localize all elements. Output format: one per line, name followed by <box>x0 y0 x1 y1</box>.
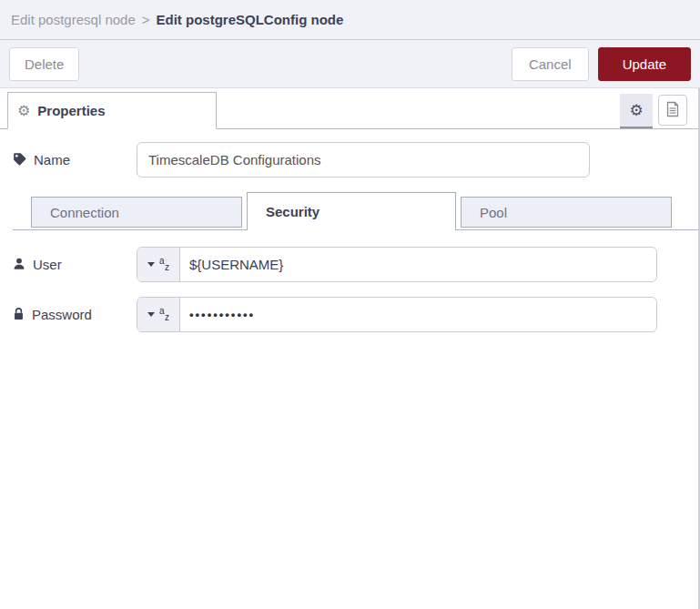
chevron-down-icon <box>147 312 155 317</box>
cancel-button[interactable]: Cancel <box>512 47 589 81</box>
breadcrumb-current: Edit postgreSQLConfig node <box>157 12 344 27</box>
lock-icon <box>13 307 25 323</box>
breadcrumb: Edit postgresql node > Edit postgreSQLCo… <box>0 0 700 40</box>
tab-connection-label: Connection <box>50 205 119 220</box>
tag-icon <box>13 152 26 168</box>
node-properties-view-button[interactable]: ⚙ <box>620 94 653 128</box>
delete-button[interactable]: Delete <box>9 47 79 81</box>
user-label-text: User <box>33 257 62 272</box>
dialog-toolbar: Delete Cancel Update <box>0 40 700 88</box>
tab-properties[interactable]: ⚙ Properties <box>7 92 217 129</box>
password-label: Password <box>13 307 137 323</box>
node-documentation-view-button[interactable] <box>658 95 687 126</box>
name-input[interactable] <box>137 142 590 178</box>
password-input[interactable]: ••••••••••• <box>180 298 255 331</box>
name-field-row: Name <box>13 142 698 178</box>
breadcrumb-separator: > <box>142 12 150 27</box>
tab-security-label: Security <box>266 204 320 219</box>
string-type-icon-a: a <box>159 307 165 316</box>
tab-connection[interactable]: Connection <box>31 197 242 228</box>
string-type-icon-z: z <box>165 263 169 272</box>
tab-pool[interactable]: Pool <box>461 197 672 228</box>
tab-pool-label: Pool <box>480 205 507 220</box>
config-subtabs: Connection Security Pool <box>13 192 698 230</box>
password-label-text: Password <box>32 307 92 322</box>
node-editor-panel: ⚙ Properties ⚙ <box>0 88 700 609</box>
node-edit-form: Name Connection Security Pool <box>0 129 698 332</box>
document-icon <box>665 101 680 120</box>
properties-tab-bar: ⚙ Properties ⚙ <box>0 91 698 129</box>
gear-icon: ⚙ <box>17 104 30 118</box>
update-button[interactable]: Update <box>598 47 691 81</box>
user-input[interactable]: ${USERNAME} <box>180 248 283 281</box>
string-type-icon-a: a <box>159 257 165 266</box>
tab-security[interactable]: Security <box>247 192 456 230</box>
password-type-select-button[interactable]: a z <box>137 298 180 331</box>
user-icon <box>13 257 25 273</box>
breadcrumb-parent-link[interactable]: Edit postgresql node <box>11 12 136 27</box>
gear-icon: ⚙ <box>629 103 643 118</box>
string-type-icon: a z <box>159 257 169 272</box>
string-type-icon: a z <box>159 307 169 322</box>
user-typed-input: a z ${USERNAME} <box>137 247 657 282</box>
name-label-text: Name <box>34 152 70 167</box>
password-field-row: Password a z ••••••••••• <box>13 297 698 332</box>
panel-view-buttons: ⚙ <box>620 94 687 128</box>
edit-config-node-dialog: Edit postgresql node > Edit postgreSQLCo… <box>0 0 700 609</box>
password-typed-input: a z ••••••••••• <box>137 297 657 332</box>
user-type-select-button[interactable]: a z <box>137 248 180 281</box>
user-label: User <box>13 257 137 273</box>
chevron-down-icon <box>147 262 155 267</box>
name-label: Name <box>13 152 137 168</box>
properties-tab-label: Properties <box>37 103 105 118</box>
string-type-icon-z: z <box>165 313 169 322</box>
user-field-row: User a z ${USERNAME} <box>13 247 698 282</box>
